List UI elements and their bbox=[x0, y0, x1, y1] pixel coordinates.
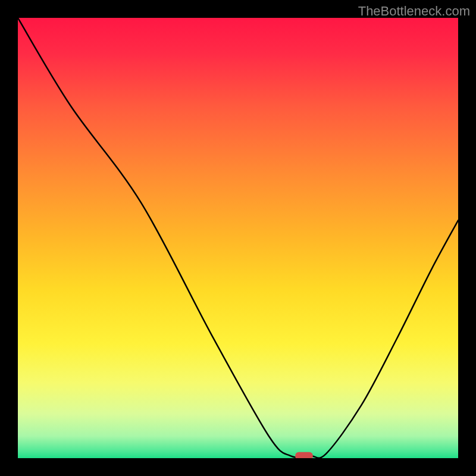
gradient-background bbox=[18, 18, 458, 458]
chart-svg bbox=[18, 18, 458, 458]
watermark-text: TheBottleneck.com bbox=[358, 4, 470, 19]
chart-container: TheBottleneck.com bbox=[0, 0, 476, 476]
plot-area bbox=[18, 18, 458, 458]
optimal-marker bbox=[295, 452, 313, 458]
